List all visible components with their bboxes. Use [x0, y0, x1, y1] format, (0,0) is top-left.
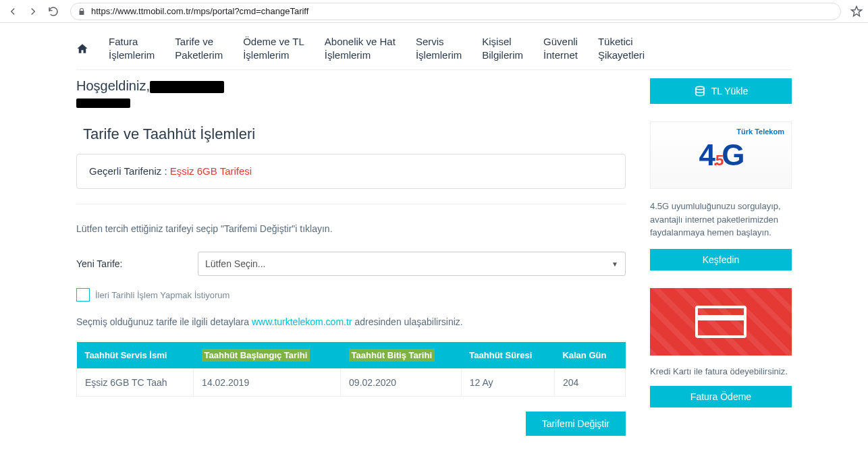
new-tariff-select[interactable]: Lütfen Seçin... ▼ — [198, 252, 626, 276]
select-placeholder: Lütfen Seçin... — [205, 258, 266, 269]
fatura-odeme-button[interactable]: Fatura Ödeme — [650, 386, 792, 407]
nav-tuketici[interactable]: Tüketici Şikayetleri — [598, 35, 645, 61]
instruction-text: Lütfen tercih ettiğiniz tarifeyi seçip "… — [76, 223, 626, 234]
home-icon[interactable] — [76, 43, 88, 55]
welcome-text: Hoşgeldiniz, — [76, 78, 626, 94]
page-title: Tarife ve Taahhüt İşlemleri — [83, 125, 626, 143]
table-row: Eşsiz 6GB TC Taah 14.02.2019 09.02.2020 … — [77, 369, 626, 397]
promo-card-desc: Kredi Kartı ile fatura ödeyebilirsiniz. — [650, 365, 792, 378]
divider — [76, 204, 626, 204]
forward-button[interactable] — [26, 4, 40, 19]
new-tariff-label: Yeni Tarife: — [76, 258, 157, 269]
future-date-label: İleri Tarihli İşlem Yapmak İstiyorum — [95, 290, 229, 300]
credit-card-icon — [695, 306, 747, 338]
top-nav: Fatura İşlemlerim Tarife ve Paketlerim Ö… — [76, 30, 792, 70]
redacted-sub — [76, 98, 130, 108]
tl-yukle-button[interactable]: TL Yükle — [650, 78, 792, 104]
th-start: Taahhüt Başlangıç Tarihi — [194, 342, 341, 369]
nav-kisisel[interactable]: Kişisel Bilgilerim — [482, 35, 523, 61]
coins-icon — [694, 85, 706, 97]
details-line: Seçmiş olduğunuz tarife ile ilgili detay… — [76, 316, 626, 327]
svg-point-0 — [696, 86, 704, 90]
th-end: Taahhüt Bitiş Tarihi — [341, 342, 462, 369]
chevron-down-icon: ▼ — [612, 260, 618, 268]
redacted-name — [150, 81, 224, 93]
back-button[interactable] — [5, 4, 20, 19]
promo-45g-image: Türk Telekom 4.5G — [650, 121, 792, 189]
change-tariff-button[interactable]: Tarifemi Değiştir — [526, 412, 626, 436]
th-duration: Taahhüt Süresi — [461, 342, 554, 369]
current-tariff-box: Geçerli Tarifeniz : Eşsiz 6GB Tarifesi — [76, 154, 626, 189]
th-remaining: Kalan Gün — [554, 342, 625, 369]
bookmark-star-icon[interactable] — [850, 5, 863, 18]
current-tariff-name: Eşsiz 6GB Tarifesi — [170, 165, 252, 177]
promo-45g-desc: 4.5G uyumluluğunuzu sorgulayıp, avantajl… — [650, 200, 792, 239]
future-date-checkbox[interactable] — [76, 288, 90, 302]
current-tariff-label: Geçerli Tarifeniz : — [89, 165, 170, 177]
address-bar[interactable]: https://www.ttmobil.com.tr/mps/portal?cm… — [70, 3, 841, 20]
reload-button[interactable] — [46, 4, 61, 19]
details-link[interactable]: www.turktelekom.com.tr — [252, 316, 352, 327]
nav-guvenli[interactable]: Güvenli İnternet — [543, 35, 578, 61]
nav-abonelik[interactable]: Abonelik ve Hat İşlemlerim — [325, 35, 396, 61]
kesfedin-button[interactable]: Keşfedin — [650, 249, 792, 271]
lock-icon — [78, 7, 86, 16]
th-service: Taahhüt Servis İsmi — [77, 342, 194, 369]
nav-tarife[interactable]: Tarife ve Paketlerim — [175, 35, 223, 61]
nav-fatura[interactable]: Fatura İşlemlerim — [109, 35, 155, 61]
promo-card-image — [650, 288, 792, 356]
nav-odeme[interactable]: Ödeme ve TL İşlemlerim — [243, 35, 304, 61]
commitment-table: Taahhüt Servis İsmi Taahhüt Başlangıç Ta… — [76, 342, 626, 397]
nav-servis[interactable]: Servis İşlemlerim — [416, 35, 462, 61]
url-text: https://www.ttmobil.com.tr/mps/portal?cm… — [91, 6, 308, 16]
